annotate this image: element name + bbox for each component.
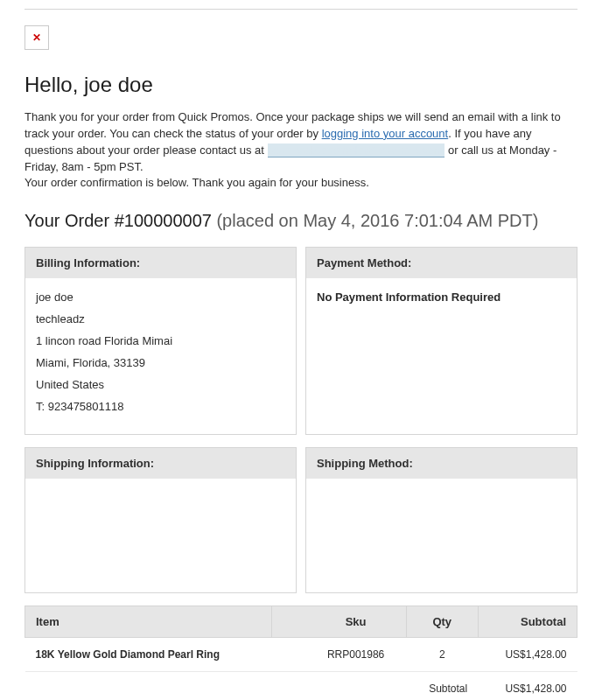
billing-country: United States bbox=[36, 378, 285, 391]
broken-image-placeholder: ✕ bbox=[24, 25, 49, 50]
shipping-method-panel: Shipping Method: bbox=[305, 447, 578, 593]
shipping-info-header: Shipping Information: bbox=[25, 448, 296, 479]
billing-info-panel: Billing Information: joe doe techleadz 1… bbox=[24, 247, 297, 435]
placed-suffix: ) bbox=[533, 211, 539, 230]
billing-name: joe doe bbox=[36, 290, 285, 304]
th-subtotal: Subtotal bbox=[478, 606, 577, 638]
footer-subtotal-value: US$1,428.00 bbox=[478, 672, 577, 700]
order-heading-prefix: Your Order bbox=[24, 211, 115, 230]
intro-text-4: Your order confirmation is below. Thank … bbox=[24, 176, 369, 189]
order-heading: Your Order #100000007 (placed on May 4, … bbox=[24, 211, 578, 231]
payment-method-header: Payment Method: bbox=[306, 248, 577, 278]
billing-company: techleadz bbox=[36, 312, 285, 326]
cell-qty: 2 bbox=[406, 638, 478, 672]
table-footer-row: Subtotal US$1,428.00 bbox=[25, 672, 578, 700]
th-item: Item bbox=[25, 606, 272, 638]
contact-email-redacted: techleadz.example@example.com bbox=[268, 144, 445, 158]
billing-street: 1 lincon road Florida Mimai bbox=[36, 334, 285, 347]
cell-subtotal: US$1,428.00 bbox=[478, 638, 577, 672]
payment-method-panel: Payment Method: No Payment Information R… bbox=[305, 247, 578, 435]
table-header-row: Item Sku Qty Subtotal bbox=[25, 606, 578, 638]
shipping-info-panel: Shipping Information: bbox=[24, 447, 297, 593]
shipping-method-header: Shipping Method: bbox=[306, 448, 577, 479]
th-qty: Qty bbox=[406, 606, 478, 638]
footer-subtotal-label: Subtotal bbox=[406, 672, 478, 700]
broken-image-icon: ✕ bbox=[32, 32, 41, 44]
order-items-table: Item Sku Qty Subtotal 18K Yellow Gold Di… bbox=[24, 606, 578, 700]
billing-city-state-zip: Miami, Florida, 33139 bbox=[36, 356, 285, 369]
shipping-method-body bbox=[306, 479, 577, 592]
payment-method-body: No Payment Information Required bbox=[306, 278, 577, 316]
order-number: #100000007 bbox=[115, 211, 212, 230]
billing-phone: T: 923475801118 bbox=[36, 400, 285, 413]
cell-sku: RRP001986 bbox=[272, 638, 406, 672]
login-account-link[interactable]: logging into your account bbox=[322, 127, 449, 140]
shipping-info-body bbox=[25, 479, 296, 592]
billing-info-body: joe doe techleadz 1 lincon road Florida … bbox=[25, 278, 296, 434]
placed-prefix: (placed on bbox=[212, 211, 304, 230]
cell-item: 18K Yellow Gold Diamond Pearl Ring bbox=[25, 638, 272, 672]
payment-method-text: No Payment Information Required bbox=[317, 290, 566, 304]
th-sku: Sku bbox=[272, 606, 406, 638]
intro-paragraph: Thank you for your order from Quick Prom… bbox=[24, 109, 578, 192]
top-divider bbox=[24, 9, 578, 10]
table-row: 18K Yellow Gold Diamond Pearl Ring RRP00… bbox=[25, 638, 578, 672]
billing-info-header: Billing Information: bbox=[25, 248, 296, 278]
greeting-heading: Hello, joe doe bbox=[24, 73, 578, 97]
placed-date: May 4, 2016 7:01:04 AM PDT bbox=[303, 211, 532, 230]
